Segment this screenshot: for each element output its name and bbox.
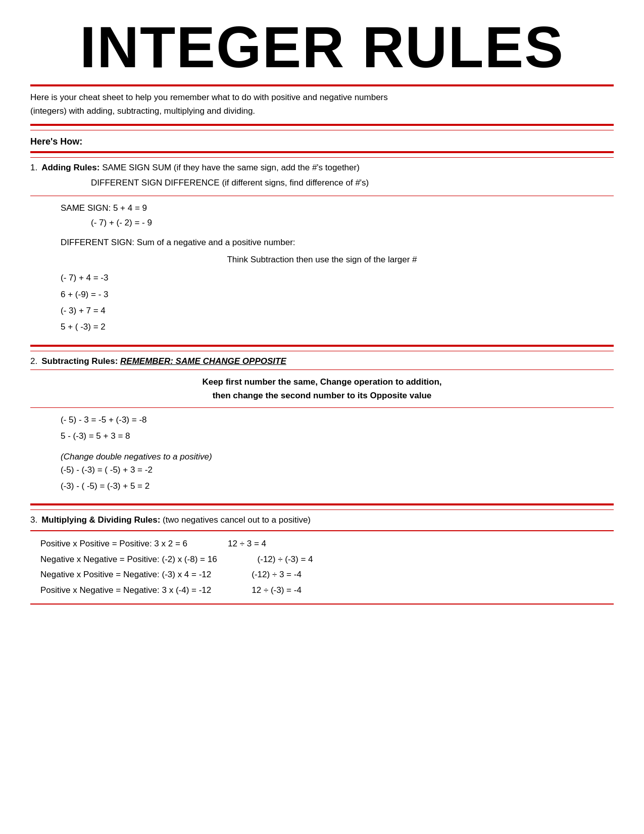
rule-2-underline: REMEMBER: SAME CHANGE OPPOSITE [120,356,286,366]
intro-divider-2 [30,130,614,130]
rule3-row-2: Negative x Negative = Positive: (-2) x (… [40,552,604,568]
rule2-ex-top-1: (- 5) - 3 = -5 + (-3) = -8 [61,412,614,428]
intro-text: Here is your cheat sheet to help you rem… [30,90,614,118]
rule-1-number: 1. [30,163,37,173]
rule3-row-4: Positive x Negative = Negative: 3 x (-4)… [40,583,604,598]
rule-2-section: 2. Subtracting Rules: REMEMBER: SAME CHA… [30,356,614,495]
rule1-bottom-divider1 [30,345,614,347]
rule3-row2-right: (-12) ÷ (-3) = 4 [258,552,313,568]
same-sign-header: SAME SIGN: 5 + 4 = 9 [61,201,614,216]
rule1-bottom-divider2 [30,351,614,351]
rule2-hr1 [30,369,614,370]
rule2-italic-note: (Change double negatives to a positive) [61,452,614,462]
rule-1-desc2: DIFFERENT SIGN DIFFERENCE (if different … [91,178,369,188]
rule2-ex-bot-2: (-3) - ( -5) = (-3) + 5 = 2 [61,478,614,494]
rule2-ex-bot-1: (-5) - (-3) = ( -5) + 3 = -2 [61,462,614,478]
rule1-ex-3: (- 3) + 7 = 4 [61,303,614,319]
rule-3-section: 3. Multiplying & Dividing Rules: (two ne… [30,515,614,604]
same-sign-example: (- 7) + (- 2) = - 9 [91,216,614,230]
rule2-bold-center: Keep first number the same, Change opera… [30,375,614,402]
rule2-hr2 [30,407,614,408]
heres-how-divider-1 [30,151,614,153]
rule-3-title: Multiplying & Dividing Rules: [41,515,160,525]
intro-divider-1 [30,124,614,126]
rule3-table: Positive x Positive = Positive: 3 x 2 = … [30,530,614,604]
rule2-ex-top-2: 5 - (-3) = 5 + 3 = 8 [61,428,614,444]
rule3-row-1: Positive x Positive = Positive: 3 x 2 = … [40,536,604,552]
rule-1-section: 1. Adding Rules: SAME SIGN SUM (if they … [30,163,614,336]
rule-1-title: Adding Rules: [41,163,100,172]
rule3-row1-right: 12 ÷ 3 = 4 [228,536,266,552]
rule3-row4-left: Positive x Negative = Negative: 3 x (-4)… [40,583,211,598]
heres-how-divider-2 [30,157,614,158]
rule3-row4-right: 12 ÷ (-3) = -4 [252,583,302,598]
think-line: Think Subtraction then use the sign of t… [30,255,614,265]
rule1-ex-1: (- 7) + 4 = -3 [61,270,614,286]
rule-2-number: 2. [30,356,37,366]
page-title: INTEGER RULES [30,15,614,79]
rule3-row3-left: Negative x Positive = Negative: (-3) x 4… [40,567,211,583]
rule1-ex-2: 6 + (-9) = - 3 [61,287,614,303]
rule-3-desc: (two negatives cancel out to a positive) [163,515,311,525]
rule2-bottom-divider1 [30,503,614,505]
rule1-ex-4: 5 + ( -3) = 2 [61,319,614,335]
top-divider [30,84,614,86]
rule3-row3-right: (-12) ÷ 3 = -4 [252,567,302,583]
rule3-row2-left: Negative x Negative = Positive: (-2) x (… [40,552,217,568]
diff-sign-header: DIFFERENT SIGN: Sum of a negative and a … [61,236,614,250]
heres-how-label: Here's How: [30,136,614,147]
rule-3-number: 3. [30,515,37,525]
rule2-bottom-divider2 [30,509,614,510]
rule3-row1-left: Positive x Positive = Positive: 3 x 2 = … [40,536,187,552]
rule1-hr1 [30,196,614,196]
rule3-row-3: Negative x Positive = Negative: (-3) x 4… [40,567,604,583]
rule-2-title: Subtracting Rules: [41,356,118,366]
rule-1-desc: SAME SIGN SUM (if they have the same sig… [102,163,360,172]
